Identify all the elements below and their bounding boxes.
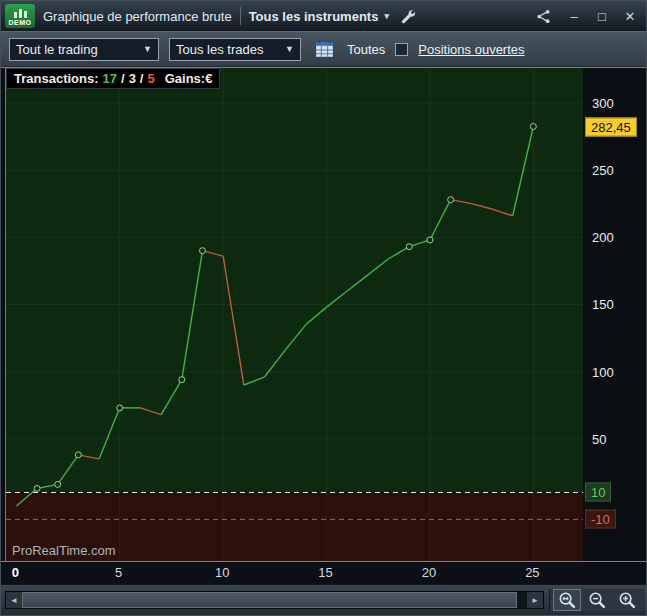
share-icon <box>536 9 551 24</box>
last-value-box: 282,45 <box>585 117 637 136</box>
equity-high-marker <box>179 377 185 383</box>
chart-zone-positive <box>6 68 583 492</box>
transactions-label: Transactions: <box>14 71 99 86</box>
scrollbar-track-gap[interactable] <box>517 592 527 608</box>
equity-high-marker <box>427 237 433 243</box>
x-tick-label: 10 <box>215 565 229 580</box>
y-tick-label: 150 <box>592 297 614 312</box>
instrument-selector-label: Tous les instruments <box>249 9 379 24</box>
stats-separator: / <box>140 71 144 86</box>
date-range-button[interactable] <box>311 37 337 61</box>
minimize-button[interactable]: – <box>566 9 582 24</box>
prorealtime-demo-logo: DEMO <box>5 4 35 28</box>
x-axis: 0510152025 <box>1 562 646 584</box>
scrollbar-thumb[interactable] <box>22 592 517 608</box>
stats-overlay: Transactions: 17 / 3 / 5 Gains:€ <box>6 68 220 89</box>
zoom-out-icon <box>588 591 607 610</box>
y-axis: 5010015020025030010-10282,45 <box>583 68 646 561</box>
scroll-right-button[interactable]: ► <box>527 592 543 608</box>
gains-label: Gains:€ <box>165 71 213 86</box>
chevron-down-icon: ▼ <box>285 44 294 54</box>
equity-high-marker <box>199 248 205 254</box>
chart-row: Transactions: 17 / 3 / 5 Gains:€ ProReal… <box>1 67 646 562</box>
chevron-down-icon: ▾ <box>384 11 389 21</box>
equity-high-marker <box>448 197 454 203</box>
upper-threshold-box: 10 <box>585 483 611 502</box>
x-tick-label: 0 <box>12 565 19 580</box>
trades-filter-value: Tous les trades <box>176 42 263 57</box>
chart-area[interactable]: Transactions: 17 / 3 / 5 Gains:€ ProReal… <box>5 68 583 561</box>
lower-threshold-box: -10 <box>585 510 616 529</box>
equity-high-marker <box>530 124 536 130</box>
y-tick-label: 250 <box>592 163 614 178</box>
zoom-out-button[interactable] <box>583 589 611 611</box>
zoom-in-icon <box>618 591 637 610</box>
losing-trades-count: 5 <box>147 71 154 86</box>
trades-filter-select[interactable]: Tous les trades ▼ <box>169 38 301 61</box>
settings-wrench-button[interactable] <box>397 5 419 27</box>
logo-bars-icon <box>14 8 27 18</box>
equity-high-marker <box>75 452 81 458</box>
trading-scope-value: Tout le trading <box>16 42 98 57</box>
x-tick-label: 20 <box>422 565 436 580</box>
close-button[interactable]: ✕ <box>622 9 638 24</box>
equity-high-marker <box>34 485 40 491</box>
window-controls: – □ ✕ <box>532 5 638 27</box>
wrench-icon <box>400 9 415 24</box>
period-label: Toutes <box>347 42 385 57</box>
y-tick-label: 100 <box>592 364 614 379</box>
neutral-trades-count: 3 <box>129 71 136 86</box>
y-tick-label: 300 <box>592 95 614 110</box>
bottom-bar: ◄ ► <box>1 584 646 615</box>
horizontal-scrollbar[interactable]: ◄ ► <box>5 591 544 609</box>
prorealtime-watermark: ProRealTime.com <box>12 543 116 558</box>
calendar-icon <box>314 39 335 60</box>
zoom-panel <box>549 589 644 611</box>
equity-high-marker <box>55 481 61 487</box>
performance-chart-window: DEMO Graphique de performance brute Tous… <box>0 0 647 616</box>
share-button[interactable] <box>532 5 554 27</box>
instrument-selector[interactable]: Tous les instruments ▾ <box>249 9 389 24</box>
titlebar: DEMO Graphique de performance brute Tous… <box>1 1 646 31</box>
trading-scope-select[interactable]: Tout le trading ▼ <box>9 38 159 61</box>
titlebar-separator <box>240 7 241 25</box>
stats-separator: / <box>121 71 125 86</box>
y-tick-label: 200 <box>592 230 614 245</box>
x-tick-label: 15 <box>318 565 332 580</box>
zoom-fit-button[interactable] <box>553 589 581 611</box>
y-tick-label: 50 <box>592 431 606 446</box>
filters-toolbar: Tout le trading ▼ Tous les trades ▼ Tout… <box>1 31 646 67</box>
x-tick-label: 25 <box>525 565 539 580</box>
zoom-fit-icon <box>558 591 577 610</box>
open-positions-label[interactable]: Positions ouvertes <box>418 42 524 57</box>
performance-line-chart[interactable] <box>6 68 583 561</box>
x-tick-label: 5 <box>115 565 122 580</box>
scroll-left-button[interactable]: ◄ <box>6 592 22 608</box>
maximize-button[interactable]: □ <box>594 9 610 24</box>
equity-high-marker <box>117 405 123 411</box>
chevron-down-icon: ▼ <box>143 44 152 54</box>
zoom-in-button[interactable] <box>613 589 641 611</box>
equity-high-marker <box>406 244 412 250</box>
winning-trades-count: 17 <box>103 71 117 86</box>
window-title: Graphique de performance brute <box>43 9 232 24</box>
open-positions-checkbox[interactable] <box>395 43 408 56</box>
logo-demo-label: DEMO <box>9 19 32 27</box>
